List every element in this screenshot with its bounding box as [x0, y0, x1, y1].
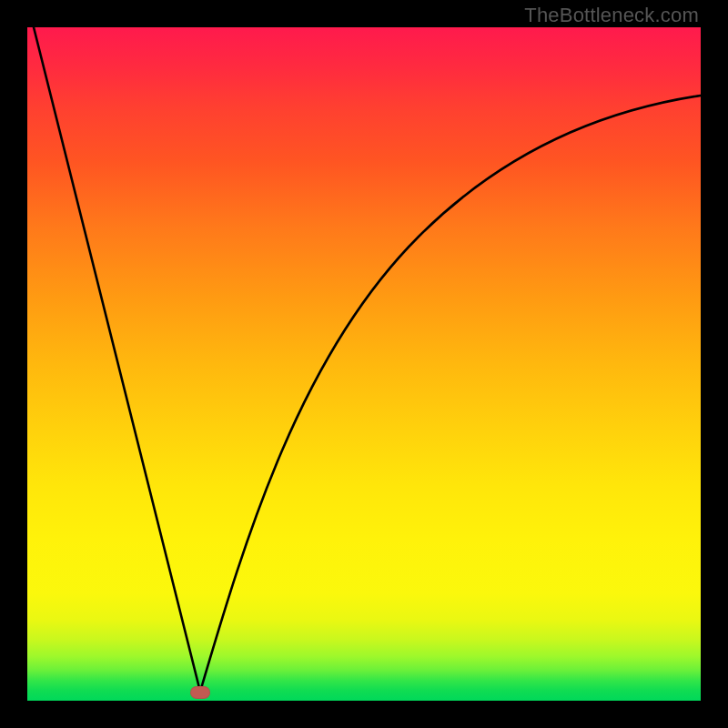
curve-left-branch [34, 27, 200, 692]
minimum-marker [190, 686, 210, 699]
bottleneck-curve [27, 27, 701, 701]
watermark-text: TheBottleneck.com [524, 4, 699, 27]
curve-right-branch [200, 96, 701, 692]
plot-area [27, 27, 701, 701]
chart-frame: TheBottleneck.com [0, 0, 728, 728]
